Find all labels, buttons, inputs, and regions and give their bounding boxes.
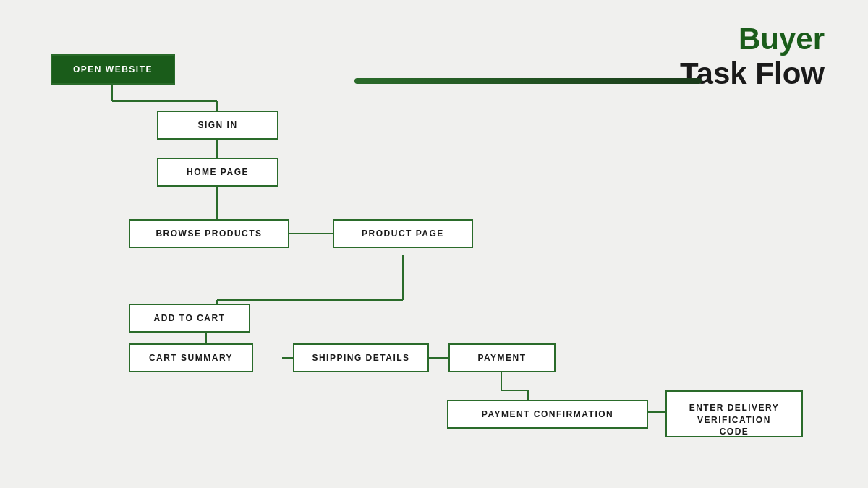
open-website-box: OPEN WEBSITE bbox=[51, 54, 175, 85]
title-taskflow: Task Flow bbox=[680, 56, 825, 91]
browse-products-box: BROWSE PRODUCTS bbox=[129, 219, 289, 248]
decorative-line bbox=[354, 78, 702, 84]
title-area: Buyer Task Flow bbox=[680, 22, 825, 91]
home-page-box: HOME PAGE bbox=[157, 158, 278, 187]
payment-confirmation-box: PAYMENT CONFIRMATION bbox=[447, 400, 648, 429]
cart-summary-box: CART SUMMARY bbox=[129, 343, 253, 372]
shipping-details-box: SHIPPING DETAILS bbox=[293, 343, 429, 372]
product-page-box: PRODUCT PAGE bbox=[333, 219, 473, 248]
payment-box: PAYMENT bbox=[448, 343, 556, 372]
add-to-cart-box: ADD TO CART bbox=[129, 304, 250, 333]
sign-in-box: SIGN IN bbox=[157, 111, 278, 140]
enter-delivery-box: ENTER DELIVERYVERIFICATIONCODE bbox=[665, 390, 803, 437]
title-buyer: Buyer bbox=[680, 22, 825, 56]
